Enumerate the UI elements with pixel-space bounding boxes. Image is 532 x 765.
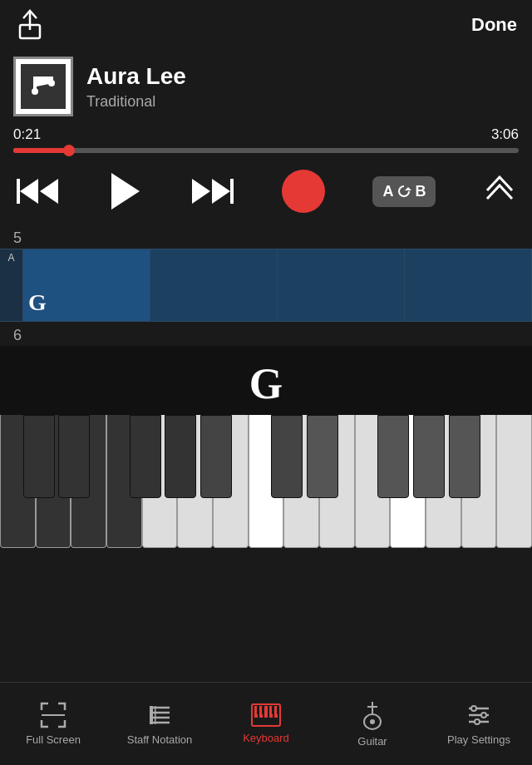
svg-rect-17 — [150, 706, 153, 724]
svg-rect-26 — [262, 706, 264, 714]
svg-marker-4 — [20, 179, 38, 204]
white-key-d2[interactable] — [283, 415, 319, 548]
album-art — [13, 57, 73, 116]
tab-play-settings-label: Play Settings — [447, 733, 510, 746]
measure-5-label: 5 — [0, 225, 532, 249]
current-time: 0:21 — [13, 126, 41, 143]
chord-area: A G — [0, 249, 532, 322]
svg-point-38 — [481, 713, 486, 718]
svg-rect-6 — [17, 179, 20, 204]
done-button[interactable]: Done — [471, 14, 517, 36]
white-key-d1[interactable] — [36, 415, 71, 548]
ab-loop-button[interactable]: A B — [372, 176, 436, 207]
song-artist: Traditional — [86, 93, 186, 111]
play-button[interactable] — [108, 171, 143, 211]
keyboard-icon — [251, 703, 281, 727]
tab-staff-notation[interactable]: Staff Notation — [106, 683, 213, 765]
chord-label-column: A — [0, 249, 23, 321]
album-art-inner — [21, 64, 66, 109]
collapse-button[interactable] — [484, 175, 515, 207]
progress-bar[interactable] — [13, 148, 519, 153]
white-key-a2[interactable] — [426, 415, 461, 548]
current-chord: G — [249, 359, 283, 408]
tab-keyboard-label: Keyboard — [243, 732, 289, 744]
svg-rect-25 — [257, 706, 259, 714]
white-key-a1[interactable] — [177, 415, 213, 548]
chord-block-4[interactable] — [405, 249, 532, 321]
chord-block-1-label: G — [28, 289, 47, 316]
fast-forward-button[interactable] — [190, 175, 234, 207]
white-key-f2[interactable] — [355, 415, 391, 548]
tab-play-settings[interactable]: Play Settings — [426, 683, 532, 765]
share-button[interactable] — [15, 10, 45, 40]
chord-display: G — [0, 346, 532, 415]
svg-marker-11 — [405, 187, 411, 190]
rewind-button[interactable] — [17, 175, 60, 207]
svg-rect-28 — [277, 706, 278, 714]
svg-marker-7 — [111, 173, 140, 210]
tab-guitar[interactable]: Guitar — [319, 683, 426, 765]
guitar-icon — [361, 700, 384, 730]
chord-row-label: A — [0, 253, 22, 263]
measure-6-label: 6 — [0, 322, 532, 346]
header: Done — [0, 0, 532, 50]
staff-icon — [146, 702, 173, 728]
sliders-icon — [466, 702, 492, 728]
keyboard[interactable] — [0, 415, 532, 548]
progress-fill — [13, 148, 69, 153]
white-key-b2[interactable] — [461, 415, 497, 548]
time-row: 0:21 3:06 — [13, 126, 519, 143]
white-key-g2[interactable] — [390, 415, 426, 548]
svg-point-3 — [48, 80, 55, 86]
keys-wrapper — [0, 415, 532, 548]
tab-full-screen[interactable]: Full Screen — [0, 683, 106, 765]
svg-point-32 — [370, 719, 375, 724]
white-key-c3[interactable] — [496, 415, 532, 548]
svg-point-2 — [32, 88, 38, 95]
svg-rect-18 — [155, 706, 156, 724]
song-details: Aura Lee Traditional — [86, 63, 186, 111]
white-key-e1[interactable] — [71, 415, 106, 548]
svg-marker-9 — [212, 179, 230, 204]
record-button[interactable] — [282, 170, 325, 213]
svg-rect-27 — [272, 706, 273, 714]
white-key-e2[interactable] — [319, 415, 355, 548]
song-title: Aura Lee — [86, 63, 186, 90]
progress-thumb — [63, 145, 75, 156]
total-time: 3:06 — [491, 126, 519, 143]
white-key-c1[interactable] — [0, 415, 36, 548]
chord-block-3[interactable] — [278, 249, 405, 321]
tab-bar: Full Screen Staff Notation — [0, 682, 532, 765]
svg-marker-8 — [192, 179, 210, 204]
svg-rect-10 — [230, 179, 234, 204]
chord-block-2[interactable] — [150, 249, 278, 321]
tab-full-screen-label: Full Screen — [26, 733, 81, 746]
white-key-b1[interactable] — [213, 415, 249, 548]
tab-keyboard[interactable]: Keyboard — [213, 683, 319, 765]
svg-point-37 — [471, 706, 476, 711]
fullscreen-icon — [40, 702, 66, 728]
svg-point-39 — [475, 719, 480, 724]
white-key-c2[interactable] — [249, 415, 284, 548]
playback-controls: A B — [0, 158, 532, 225]
tab-staff-notation-label: Staff Notation — [127, 733, 193, 746]
white-key-g1[interactable] — [142, 415, 178, 548]
white-key-f1[interactable] — [106, 415, 142, 548]
svg-marker-5 — [40, 179, 58, 204]
chord-blocks: G — [23, 249, 532, 321]
song-info: Aura Lee Traditional — [0, 50, 532, 126]
tab-guitar-label: Guitar — [357, 735, 387, 748]
chord-block-1[interactable]: G — [23, 249, 150, 321]
svg-rect-22 — [264, 706, 268, 718]
progress-section: 0:21 3:06 — [0, 126, 532, 153]
